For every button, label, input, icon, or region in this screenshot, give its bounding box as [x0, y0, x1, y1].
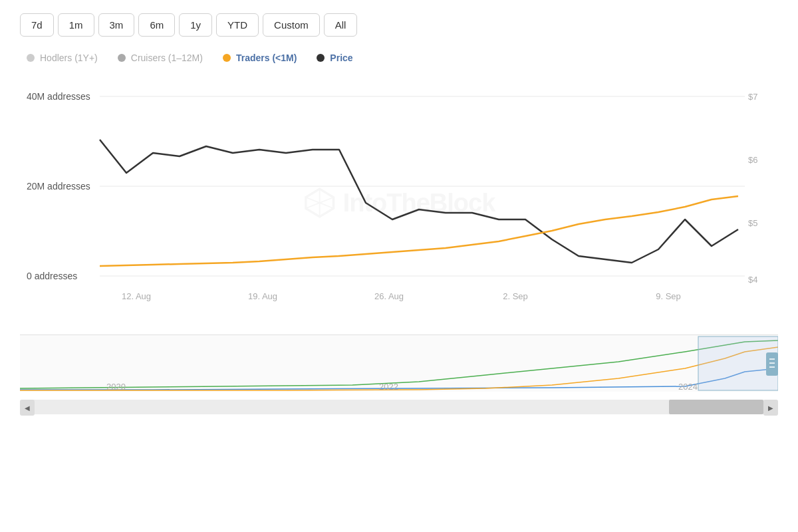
price-label: Price: [330, 53, 352, 63]
traders-line: [100, 196, 738, 266]
btn-ytd[interactable]: YTD: [216, 13, 259, 37]
legend-cruisers[interactable]: Cruisers (1–12M): [118, 53, 203, 63]
svg-text:$5: $5: [748, 218, 757, 228]
svg-text:19. Aug: 19. Aug: [248, 291, 277, 301]
hodlers-dot: [27, 54, 35, 62]
scroll-thumb[interactable]: [669, 400, 763, 414]
svg-text:2020: 2020: [106, 382, 126, 392]
chart-legend: Hodlers (1Y+) Cruisers (1–12M) Traders (…: [20, 53, 778, 63]
chart-svg: 40M addresses 20M addresses 0 addresses …: [20, 76, 778, 329]
hodlers-label: Hodlers (1Y+): [40, 53, 98, 63]
svg-text:2024: 2024: [678, 382, 698, 392]
svg-text:$6: $6: [748, 155, 757, 165]
svg-text:0 addresses: 0 addresses: [27, 271, 77, 281]
navigator: 2020 2022 2024 ◀ ▶: [20, 334, 778, 414]
svg-text:12. Aug: 12. Aug: [122, 291, 151, 301]
price-dot: [317, 54, 325, 62]
time-range-bar: 7d 1m 3m 6m 1y YTD Custom All: [20, 13, 778, 37]
scroll-track[interactable]: [35, 400, 763, 414]
svg-text:$4: $4: [748, 275, 757, 285]
btn-all[interactable]: All: [324, 13, 358, 37]
svg-text:2022: 2022: [379, 382, 398, 392]
main-container: 7d 1m 3m 6m 1y YTD Custom All Hodlers (1…: [0, 0, 798, 532]
cruisers-label: Cruisers (1–12M): [131, 53, 203, 63]
navigator-svg: 2020 2022 2024: [20, 335, 778, 392]
traders-label: Traders (<1M): [236, 53, 297, 63]
svg-rect-21: [766, 352, 778, 376]
main-chart-area: IntoTheBlock 40M addresses 20M addresses…: [20, 76, 778, 329]
svg-text:20M addresses: 20M addresses: [27, 181, 90, 192]
svg-text:2. Sep: 2. Sep: [503, 291, 528, 301]
svg-text:9. Sep: 9. Sep: [656, 291, 681, 301]
scrollbar: ◀ ▶: [20, 400, 778, 414]
btn-7d[interactable]: 7d: [20, 13, 54, 37]
scroll-left-arrow[interactable]: ◀: [20, 400, 35, 416]
cruisers-dot: [118, 54, 126, 62]
legend-hodlers[interactable]: Hodlers (1Y+): [27, 53, 98, 63]
scroll-right-arrow[interactable]: ▶: [763, 400, 778, 416]
svg-text:40M addresses: 40M addresses: [27, 91, 90, 102]
btn-1y[interactable]: 1y: [179, 13, 212, 37]
legend-traders[interactable]: Traders (<1M): [223, 53, 297, 63]
svg-text:26. Aug: 26. Aug: [374, 291, 404, 301]
svg-text:$7: $7: [748, 92, 757, 102]
btn-3m[interactable]: 3m: [98, 13, 135, 37]
btn-custom[interactable]: Custom: [263, 13, 320, 37]
legend-price[interactable]: Price: [317, 53, 352, 63]
price-line: [100, 140, 738, 263]
btn-1m[interactable]: 1m: [58, 13, 94, 37]
btn-6m[interactable]: 6m: [138, 13, 175, 37]
traders-dot: [223, 54, 231, 62]
